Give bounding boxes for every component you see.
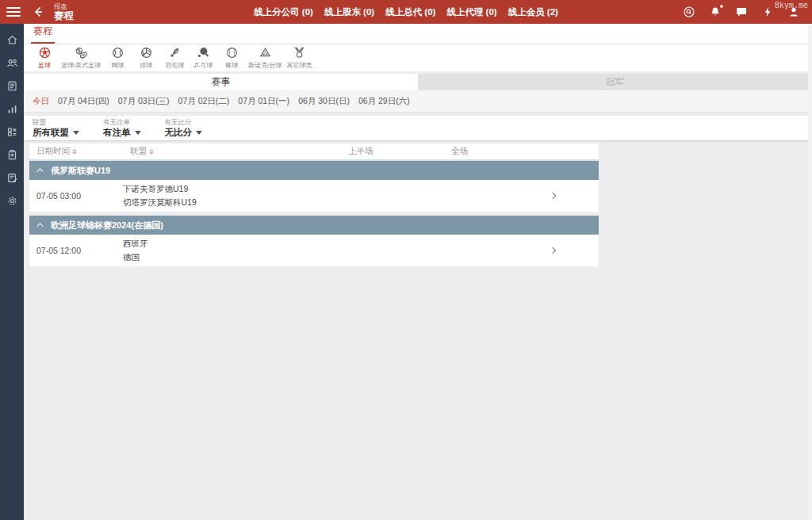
row-chevron-right-icon[interactable] [550, 247, 556, 254]
notifications-bell-icon[interactable] [710, 6, 721, 17]
chevron-down-icon [196, 131, 202, 135]
filter-value: 所有联盟 [33, 128, 69, 138]
match-row[interactable]: 07-05 12:00 西班牙 德国 [29, 235, 599, 267]
sport-volleyball[interactable]: 排球 [132, 46, 160, 70]
home-team: 西班牙 [123, 239, 341, 249]
header-label: 联盟 [130, 146, 147, 157]
filter-label: 有无注单 [103, 119, 141, 126]
basketball-amfootball-icon [75, 46, 88, 59]
match-teams: 下诺夫哥罗德U19 切塔罗沃莫斯科U19 [123, 185, 341, 207]
filter-label: 联盟 [33, 119, 79, 126]
menu-online-branch[interactable]: 线上分公司 (0) [254, 6, 313, 18]
menu-online-agent[interactable]: 线上代理 (0) [446, 6, 496, 18]
page-tab-strip: 赛程 [24, 24, 812, 44]
sport-basketball-amfootball[interactable]: 篮球/美式足球 [59, 46, 103, 70]
notes-edit-icon[interactable] [0, 166, 24, 189]
sport-tennis[interactable]: 网球 [103, 46, 132, 70]
filter-label: 有无比分 [165, 119, 203, 126]
chevron-down-icon [135, 131, 141, 135]
match-row[interactable]: 07-05 03:00 下诺夫哥罗德U19 切塔罗沃莫斯科U19 [29, 180, 599, 212]
sport-label: 篮球/美式足球 [61, 61, 101, 70]
sport-label: 斯诺克/台球 [248, 61, 282, 70]
sport-badminton[interactable]: 羽毛球 [160, 46, 189, 70]
menu-online-master[interactable]: 线上总代 (0) [385, 6, 435, 18]
menu-online-member[interactable]: 线上会员 (2) [508, 6, 558, 18]
sport-label: 棒球 [225, 61, 238, 70]
home-team: 下诺夫哥罗德U19 [123, 185, 341, 194]
sports-bar: 足球 篮球/美式足球 网球 排球 [24, 44, 812, 71]
header-label: 上半场 [348, 146, 373, 157]
menu-online-shareholder[interactable]: 线上股东 (0) [324, 6, 374, 18]
online-counts-menu: 线上分公司 (0) 线上股东 (0) 线上总代 (0) 线上代理 (0) 线上会… [254, 6, 558, 18]
medal-icon [293, 46, 306, 59]
league-group-header[interactable]: 欧洲足球锦标赛2024(在德国) [29, 216, 599, 235]
sport-label: 足球 [38, 61, 51, 70]
away-team: 切塔罗沃莫斯科U19 [123, 198, 341, 208]
top-bar: 报盘 赛程 线上分公司 (0) 线上股东 (0) 线上总代 (0) 线上代理 (… [0, 0, 812, 24]
league-group-header[interactable]: 俄罗斯联赛U19 [29, 161, 599, 180]
sport-tabletennis[interactable]: 乒乓球 [189, 46, 217, 70]
settings-gear-icon[interactable] [0, 189, 24, 212]
chart-icon[interactable] [0, 98, 24, 120]
home-icon[interactable] [0, 29, 24, 52]
has-score-filter-dropdown[interactable]: 有无比分 无比分 [165, 119, 203, 137]
sport-label: 乒乓球 [193, 61, 213, 70]
header-label: 日期时间 [36, 146, 70, 157]
messages-icon[interactable] [736, 6, 747, 17]
header-league[interactable]: 联盟 [123, 146, 341, 157]
page-title: 赛程 [54, 11, 74, 21]
menu-toggle-icon[interactable] [6, 7, 21, 17]
users-icon[interactable] [0, 52, 24, 75]
date-tab[interactable]: 06月 30日(日) [298, 96, 350, 107]
football-icon [38, 46, 52, 59]
has-bets-filter-dropdown[interactable]: 有无注单 有注单 [103, 119, 141, 137]
sport-snooker[interactable]: 斯诺克/台球 [246, 46, 284, 70]
date-tab-today[interactable]: 今日 [33, 96, 49, 107]
date-tab[interactable]: 07月 02日(二) [178, 96, 230, 107]
back-arrow-icon[interactable] [32, 6, 44, 18]
collapse-chevron-icon [36, 168, 43, 174]
sort-icon[interactable] [72, 149, 77, 155]
collapse-chevron-icon [36, 223, 43, 229]
clipboard-icon[interactable] [0, 143, 24, 166]
breadcrumb-parent: 报盘 [54, 3, 74, 10]
header-first-half: 上半场 [341, 146, 444, 157]
header-full-time: 全场 [444, 146, 539, 157]
date-tab[interactable]: 07月 01日(一) [238, 96, 289, 107]
search-icon[interactable] [684, 6, 695, 17]
league-group-title: 俄罗斯联赛U19 [51, 165, 110, 177]
filter-value: 有注单 [103, 128, 131, 138]
date-tab[interactable]: 07月 03日(三) [118, 96, 170, 107]
tab-schedule[interactable]: 赛程 [31, 25, 55, 44]
match-teams: 西班牙 德国 [123, 239, 341, 262]
form-list-icon[interactable] [0, 120, 24, 143]
league-filter-dropdown[interactable]: 联盟 所有联盟 [33, 119, 79, 137]
date-tabs: 今日 07月 04日(四) 07月 03日(三) 07月 02日(二) 07月 … [24, 90, 812, 113]
tab-champion[interactable]: 冠军 [418, 74, 812, 90]
report-icon[interactable] [0, 75, 24, 98]
tennis-icon [111, 46, 124, 59]
sidebar [0, 24, 24, 520]
date-tab[interactable]: 07月 04日(四) [58, 96, 109, 107]
sort-icon[interactable] [149, 149, 154, 155]
away-team: 德国 [123, 253, 341, 262]
header-datetime[interactable]: 日期时间 [29, 146, 123, 157]
breadcrumb: 报盘 赛程 [54, 3, 74, 21]
tab-events[interactable]: 赛事 [24, 74, 418, 90]
snooker-icon [259, 46, 272, 59]
header-label: 全场 [451, 146, 468, 157]
sport-label: 网球 [111, 61, 124, 70]
date-tab[interactable]: 06月 29日(六) [358, 96, 410, 107]
sport-label: 排球 [140, 61, 152, 70]
sport-baseball[interactable]: 棒球 [217, 46, 246, 70]
activity-bolt-icon[interactable] [762, 6, 773, 17]
events-champion-tabs: 赛事 冠军 [24, 74, 812, 90]
row-chevron-right-icon[interactable] [550, 193, 556, 199]
sport-football[interactable]: 足球 [30, 46, 59, 70]
sport-other[interactable]: 其它球类 [284, 46, 314, 70]
scrollbar-track[interactable] [808, 24, 812, 520]
filter-value: 无比分 [165, 128, 193, 138]
main-content: 赛程 足球 篮球/美式足球 网 [24, 24, 812, 520]
badminton-icon [168, 46, 182, 59]
match-time: 07-05 12:00 [29, 246, 123, 255]
